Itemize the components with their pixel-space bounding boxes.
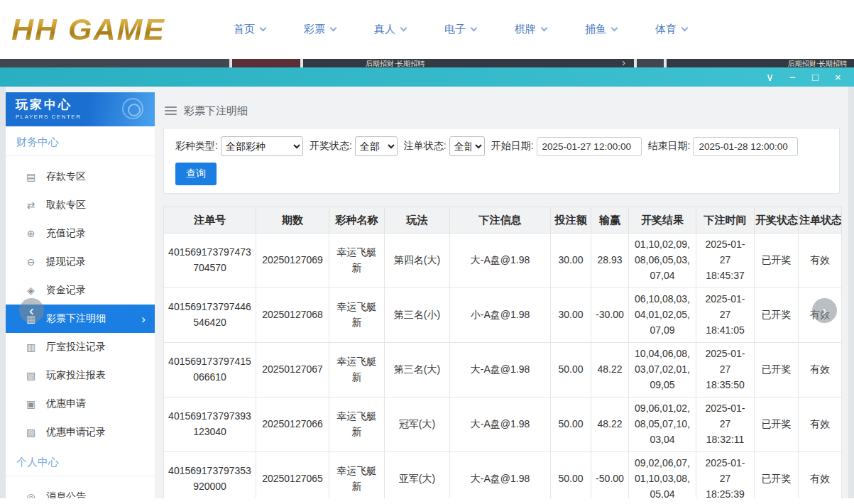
modal-titlebar: ∨ − □ × (0, 67, 854, 87)
chevron-down-icon (471, 25, 478, 32)
menu-icon[interactable] (165, 106, 177, 115)
cell-draw-result: 06,10,08,03,04,01,02,05,07,09 (629, 288, 696, 343)
close-icon[interactable]: × (831, 67, 845, 87)
cell-bet-id: 401569173797415066610 (164, 343, 256, 398)
bet-status-select[interactable]: 全部 (449, 136, 485, 156)
lottery-type-filter: 彩种类型: 全部彩种 (175, 136, 303, 156)
col-header-draw-status: 开奖状态 (755, 207, 799, 234)
sidebar-item-recharge-record[interactable]: ⊕ 充值记录 (6, 219, 155, 248)
sidebar-item-cashout-record[interactable]: ⊖ 提现记录 (6, 248, 155, 276)
minimize-icon[interactable]: − (786, 67, 799, 87)
draw-status-filter: 开奖状态: 全部 (310, 136, 398, 156)
cell-bet-info: 大-A盘@1.98 (450, 343, 551, 398)
deposit-icon: ▤ (25, 171, 37, 182)
draw-status-label: 开奖状态: (310, 140, 352, 153)
cell-bet-amount: 30.00 (551, 288, 591, 343)
chevron-right-icon: › (822, 302, 827, 319)
col-header-bet-info: 下注信息 (450, 207, 551, 234)
sidebar-item-hall-bet-record[interactable]: ▥ 厅室投注记录 (6, 333, 155, 361)
page-bottom-strip (0, 498, 854, 504)
recharge-record-icon: ⊕ (25, 228, 37, 239)
nav-fishing-label: 捕鱼 (585, 23, 606, 36)
cell-play-type: 第三名(小) (385, 288, 450, 343)
cell-win-loss: 48.22 (591, 343, 629, 398)
prev-page-button[interactable]: ‹ (19, 298, 44, 323)
nav-home[interactable]: 首页 (234, 23, 265, 36)
maximize-icon[interactable]: □ (809, 67, 822, 87)
cell-bet-id: 401569173797353920000 (164, 452, 256, 499)
filter-actions: 查询 (175, 163, 829, 185)
sidebar-item-player-bet-report[interactable]: ▧ 玩家投注报表 (6, 361, 155, 390)
cell-draw-status: 已开奖 (755, 343, 799, 398)
page-title-row: 彩票下注明细 (165, 102, 840, 119)
sidebar-item-deposit[interactable]: ▤ 存款专区 (6, 163, 155, 191)
nav-lottery[interactable]: 彩票 (304, 23, 336, 36)
cell-win-loss: 48.22 (591, 398, 629, 452)
col-header-bet-id: 注单号 (164, 207, 256, 234)
cell-win-loss: -50.00 (591, 452, 629, 499)
cell-bet-info: 大-A盘@1.98 (450, 452, 551, 499)
cell-lottery-name: 幸运飞艇新 (329, 288, 385, 343)
start-date-input[interactable] (537, 137, 642, 156)
bet-status-filter: 注单状态: 全部 (404, 136, 485, 156)
bet-table: 注单号 期数 彩种名称 玩法 下注信息 投注额 输赢 开奖结果 下注时间 开奖状… (163, 207, 842, 498)
cell-bet-id: 401569173797393123040 (164, 398, 256, 452)
table-row: 401569173797353920000 20250127065 幸运飞艇新 … (164, 452, 842, 499)
lottery-type-select[interactable]: 全部彩种 (221, 136, 303, 156)
lottery-type-label: 彩种类型: (175, 140, 218, 153)
col-header-play-type: 玩法 (385, 207, 450, 234)
sidebar-item-promo-apply-record[interactable]: ▨ 优惠申请记录 (6, 418, 155, 447)
cell-lottery-name: 幸运飞艇新 (329, 398, 385, 452)
banner-segment (0, 59, 229, 67)
cell-bet-status: 有效 (799, 234, 842, 288)
query-button[interactable]: 查询 (175, 163, 217, 185)
sidebar: 玩家中心 PLAYERS CENTER 财务中心 ▤ 存款专区 ⇄ 取款专区 ⊕… (6, 92, 155, 498)
main-nav: 首页 彩票 真人 电子 棋牌 捕鱼 体育 (234, 23, 687, 36)
banner-text: 后期招财·长期招聘 (366, 59, 425, 67)
nav-live[interactable]: 真人 (374, 23, 406, 36)
nav-chess[interactable]: 棋牌 (515, 23, 547, 36)
end-date-input[interactable] (693, 137, 798, 156)
cell-draw-result: 10,04,06,08,03,07,02,01,09,05 (629, 343, 696, 398)
cell-bet-time: 2025-01-27 18:32:11 (696, 398, 755, 452)
section-personal-label: 个人中心 (6, 447, 155, 476)
cell-draw-status: 已开奖 (755, 288, 799, 343)
section-finance-label: 财务中心 (6, 126, 155, 156)
collapse-icon[interactable]: ∨ (763, 67, 777, 87)
page-title: 彩票下注明细 (184, 104, 248, 118)
nav-fishing[interactable]: 捕鱼 (585, 23, 617, 36)
cell-period: 20250127069 (256, 234, 329, 288)
sidebar-item-messages[interactable]: ◎ 消息公告 (6, 483, 155, 498)
hall-record-icon: ▥ (25, 341, 37, 353)
cell-draw-status: 已开奖 (755, 452, 799, 499)
player-center-window: 玩家中心 PLAYERS CENTER 财务中心 ▤ 存款专区 ⇄ 取款专区 ⊕… (6, 87, 848, 498)
sidebar-item-withdraw[interactable]: ⇄ 取款专区 (6, 191, 155, 219)
banner-next-icon[interactable]: › (622, 59, 625, 67)
draw-status-select[interactable]: 全部 (355, 136, 398, 156)
cell-bet-id: 401569173797473704570 (164, 234, 256, 288)
cell-bet-time: 2025-01-27 18:45:37 (696, 234, 755, 288)
sidebar-item-promo-apply[interactable]: ▣ 优惠申请 (6, 390, 155, 418)
nav-electronic[interactable]: 电子 (444, 23, 476, 36)
start-date-filter: 开始日期: (491, 137, 642, 156)
col-header-bet-amount: 投注额 (551, 207, 591, 234)
bet-status-label: 注单状态: (404, 140, 447, 153)
table-body: 401569173797473704570 20250127069 幸运飞艇新 … (164, 234, 842, 499)
cell-bet-amount: 50.00 (551, 452, 591, 499)
cell-bet-time: 2025-01-27 18:35:50 (696, 343, 755, 398)
cell-bet-status: 有效 (799, 398, 842, 452)
next-page-button[interactable]: › (812, 298, 837, 323)
site-logo[interactable]: HH GAME (11, 12, 199, 47)
nav-live-label: 真人 (374, 23, 395, 36)
cell-draw-result: 01,10,02,09,08,06,05,03,07,04 (629, 234, 696, 288)
cell-bet-status: 有效 (799, 343, 842, 398)
sidebar-item-label: 充值记录 (46, 227, 86, 240)
table-row: 401569173797473704570 20250127069 幸运飞艇新 … (164, 234, 842, 288)
report-icon: ▧ (25, 370, 37, 381)
chevron-left-icon: ‹ (29, 302, 34, 319)
table-row: 401569173797415066610 20250127067 幸运飞艇新 … (164, 343, 842, 398)
col-header-bet-status: 注单状态 (799, 207, 842, 234)
sidebar-item-label: 彩票下注明细 (46, 312, 106, 325)
cell-draw-result: 09,06,01,02,08,05,07,10,03,04 (629, 398, 696, 452)
nav-sports[interactable]: 体育 (655, 23, 687, 36)
